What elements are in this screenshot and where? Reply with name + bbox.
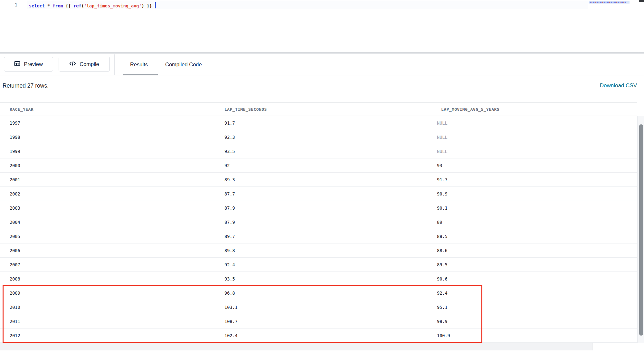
column-header-race-year: RACE_YEAR — [0, 107, 224, 112]
table-cell: 90.6 — [437, 276, 637, 281]
toolbar-divider — [114, 54, 115, 75]
table-cell: 2007 — [0, 262, 224, 267]
table-cell: 89.7 — [224, 234, 437, 239]
table-cell: 2012 — [0, 333, 224, 338]
table-cell: 2003 — [0, 205, 224, 211]
table-cell: NULL — [437, 149, 637, 154]
table-cell: 87.9 — [224, 220, 437, 225]
table-cell: 96.8 — [224, 291, 437, 296]
table-row: 200589.788.5 — [0, 229, 637, 243]
results-panel: Returned 27 rows. Download CSV RACE_YEAR… — [0, 75, 644, 343]
table-row: 2012102.4100.9 — [0, 329, 637, 343]
table-cell: 89.8 — [224, 248, 437, 253]
minimap-code-marks — [590, 2, 626, 3]
table-cell: 92.4 — [224, 262, 437, 267]
vertical-scrollbar-track[interactable] — [637, 116, 644, 343]
table-row: 200689.888.6 — [0, 243, 637, 258]
table-cell: 108.7 — [224, 319, 437, 324]
table-cell: 92.4 — [437, 291, 637, 296]
table-cell: 102.4 — [224, 333, 437, 338]
table-row: 200996.892.4 — [0, 286, 637, 300]
table-cell: 1999 — [0, 149, 224, 154]
table-cell: 88.6 — [437, 248, 637, 253]
table-cell: 92 — [224, 163, 437, 168]
table-cell: NULL — [437, 135, 637, 140]
table-cell: 87.9 — [224, 205, 437, 211]
tab-compiled-code[interactable]: Compiled Code — [165, 53, 202, 75]
tab-results[interactable]: Results — [130, 53, 148, 75]
compile-button[interactable]: Compile — [59, 57, 110, 71]
table-cell: 1997 — [0, 120, 224, 126]
line-number: 1 — [9, 2, 17, 7]
table-row: 200893.590.6 — [0, 272, 637, 286]
table-cell: 2004 — [0, 220, 224, 225]
table-row: 200487.989 — [0, 215, 637, 229]
text-cursor — [155, 2, 156, 8]
minimap[interactable] — [589, 1, 630, 4]
table-cell: 90.9 — [437, 191, 637, 196]
ide-screen: 1 select * from {{ ref('lap_times_moving… — [0, 0, 644, 362]
table-cell: 93.5 — [224, 149, 437, 154]
table-cell: 1998 — [0, 135, 224, 140]
table-row: 199791.7NULL — [0, 116, 637, 130]
table-row: 200792.489.5 — [0, 258, 637, 272]
table-cell: 93.5 — [224, 276, 437, 281]
results-table-header: RACE_YEAR LAP_TIME_SECONDS LAP_MOVING_AV… — [0, 102, 637, 116]
results-table-body: 199791.7NULL199892.3NULL199993.5NULL2000… — [0, 116, 637, 343]
tab-compiled-code-label: Compiled Code — [165, 62, 202, 68]
table-cell: 89.3 — [224, 177, 437, 182]
table-cell: 2006 — [0, 248, 224, 253]
code-tokens: select * from {{ ref('lap_times_moving_a… — [29, 3, 155, 8]
table-grid-icon — [14, 61, 20, 68]
table-cell: 2002 — [0, 191, 224, 196]
table-row: 200287.790.9 — [0, 187, 637, 201]
preview-button[interactable]: Preview — [4, 57, 53, 71]
table-row: 2010103.195.1 — [0, 300, 637, 314]
status-bar: Ready — [0, 350, 644, 362]
table-row: 2011108.798.9 — [0, 314, 637, 329]
table-cell: 2010 — [0, 305, 224, 310]
table-cell: 2009 — [0, 291, 224, 296]
table-cell: 100.9 — [437, 333, 637, 338]
table-cell: 92.3 — [224, 135, 437, 140]
table-cell: 91.7 — [437, 177, 637, 182]
table-cell: 89 — [437, 220, 637, 225]
sql-editor[interactable]: 1 select * from {{ ref('lap_times_moving… — [0, 0, 644, 52]
table-cell: 2001 — [0, 177, 224, 182]
download-csv-link[interactable]: Download CSV — [600, 82, 637, 89]
code-brackets-icon — [69, 61, 76, 68]
vertical-scrollbar-thumb[interactable] — [639, 124, 643, 336]
compile-button-label: Compile — [80, 61, 99, 67]
column-header-lap-moving-avg-5-years: LAP_MOVING_AVG_5_YEARS — [437, 107, 637, 112]
table-cell: 89.5 — [437, 262, 637, 267]
table-cell: 95.1 — [437, 305, 637, 310]
tab-results-label: Results — [130, 62, 148, 68]
table-cell: 98.9 — [437, 319, 637, 324]
toolbar: Preview Compile Results Compiled Code — [0, 53, 644, 75]
table-cell: 2011 — [0, 319, 224, 324]
preview-button-label: Preview — [24, 61, 43, 67]
column-header-lap-time-seconds: LAP_TIME_SECONDS — [224, 107, 437, 112]
table-cell: 87.7 — [224, 191, 437, 196]
row-count-summary: Returned 27 rows. — [3, 82, 49, 89]
table-cell: 2008 — [0, 276, 224, 281]
table-cell: 90.1 — [437, 205, 637, 211]
table-cell: NULL — [437, 120, 637, 126]
table-cell: 2000 — [0, 163, 224, 168]
horizontal-scrollbar-track[interactable] — [0, 343, 592, 350]
table-row: 200189.391.7 — [0, 173, 637, 187]
table-cell: 103.1 — [224, 305, 437, 310]
editor-right-border — [638, 0, 638, 52]
table-cell: 2005 — [0, 234, 224, 239]
table-row: 199892.3NULL — [0, 130, 637, 144]
table-cell: 91.7 — [224, 120, 437, 126]
editor-scrollbar-handle[interactable] — [639, 0, 644, 2]
table-row: 20009293 — [0, 158, 637, 173]
table-row: 200387.990.1 — [0, 201, 637, 215]
code-line[interactable]: select * from {{ ref('lap_times_moving_a… — [29, 2, 156, 9]
table-cell: 88.5 — [437, 234, 637, 239]
table-row: 199993.5NULL — [0, 144, 637, 158]
table-cell: 93 — [437, 163, 637, 168]
